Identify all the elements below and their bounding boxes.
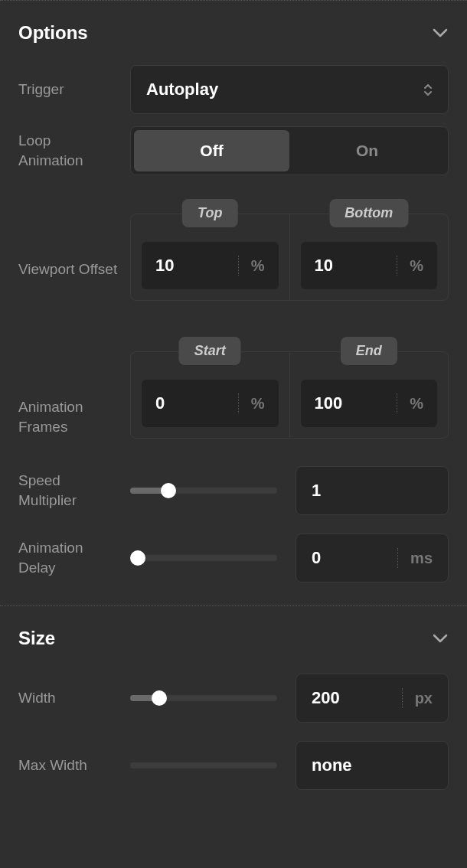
frames-end-tab[interactable]: End — [341, 337, 397, 365]
viewport-offset-label: Viewport Offset — [18, 214, 118, 279]
trigger-label: Trigger — [18, 80, 118, 100]
loop-off-button[interactable]: Off — [134, 130, 289, 171]
animation-frames-box: Start 0 % End 100 — [130, 351, 449, 439]
viewport-bottom-unit: % — [397, 257, 423, 275]
size-section: Size Width 200 px — [0, 605, 467, 813]
delay-label: Animation Delay — [18, 538, 118, 577]
speed-label: Speed Multiplier — [18, 471, 118, 510]
max-width-value: none — [312, 755, 433, 775]
trigger-select[interactable]: Autoplay — [130, 65, 449, 114]
speed-value: 1 — [312, 481, 433, 501]
speed-row: Speed Multiplier 1 — [18, 457, 449, 524]
viewport-top-input[interactable]: 10 % — [142, 242, 279, 289]
frames-end-input[interactable]: 100 % — [301, 380, 438, 427]
width-value: 200 — [312, 688, 402, 708]
viewport-offset-bottom-panel: Bottom 10 % — [289, 214, 449, 301]
viewport-offset-top-panel: Top 10 % — [130, 214, 289, 301]
delay-slider-thumb[interactable] — [130, 550, 145, 566]
frames-start-tab[interactable]: Start — [179, 337, 241, 365]
trigger-value: Autoplay — [146, 80, 218, 100]
speed-input[interactable]: 1 — [296, 466, 449, 515]
size-header[interactable]: Size — [18, 606, 449, 664]
width-unit: px — [415, 690, 433, 707]
delay-row: Animation Delay 0 ms — [18, 524, 449, 592]
width-input[interactable]: 200 px — [296, 674, 449, 723]
viewport-offset-row: Viewport Offset Top 10 % Bottom — [18, 214, 449, 319]
delay-value: 0 — [312, 548, 397, 568]
size-title: Size — [18, 628, 55, 649]
max-width-row: Max Width none — [18, 732, 449, 799]
width-slider[interactable] — [130, 695, 277, 701]
viewport-bottom-value: 10 — [315, 256, 397, 276]
options-header[interactable]: Options — [18, 1, 449, 59]
width-slider-thumb[interactable] — [152, 690, 167, 706]
frames-start-unit: % — [239, 395, 265, 413]
chevron-down-icon — [432, 630, 449, 647]
options-section: Options Trigger Autoplay — [0, 0, 467, 605]
viewport-top-value: 10 — [155, 256, 238, 276]
speed-slider-thumb[interactable] — [161, 483, 176, 498]
delay-input[interactable]: 0 ms — [296, 534, 449, 582]
trigger-row: Trigger Autoplay — [18, 59, 449, 120]
max-width-slider[interactable] — [130, 762, 277, 768]
loop-toggle: Off On — [130, 126, 449, 175]
select-updown-icon — [423, 84, 433, 96]
delay-slider[interactable] — [130, 555, 277, 561]
frames-end-panel: End 100 % — [289, 351, 449, 439]
frames-start-value: 0 — [155, 393, 238, 413]
viewport-bottom-tab[interactable]: Bottom — [329, 199, 408, 227]
viewport-top-tab[interactable]: Top — [182, 199, 237, 227]
loop-row: Loop Animation Off On — [18, 120, 449, 181]
loop-on-button[interactable]: On — [289, 130, 445, 171]
options-title: Options — [18, 22, 88, 44]
frames-end-value: 100 — [315, 393, 397, 413]
chevron-down-icon — [432, 24, 449, 41]
animation-frames-label: Animation Frames — [18, 351, 118, 436]
width-row: Width 200 px — [18, 664, 449, 732]
viewport-top-unit: % — [239, 257, 265, 275]
width-label: Width — [18, 688, 118, 708]
frames-start-panel: Start 0 % — [130, 351, 289, 439]
speed-slider[interactable] — [130, 488, 277, 494]
delay-unit: ms — [410, 550, 433, 567]
max-width-input[interactable]: none — [296, 741, 449, 790]
viewport-bottom-input[interactable]: 10 % — [301, 242, 438, 289]
frames-start-input[interactable]: 0 % — [142, 380, 279, 427]
frames-end-unit: % — [397, 395, 423, 413]
animation-frames-row: Animation Frames Start 0 % End — [18, 351, 449, 457]
max-width-label: Max Width — [18, 755, 118, 775]
viewport-offset-box: Top 10 % Bottom 10 — [130, 214, 449, 301]
loop-label: Loop Animation — [18, 131, 118, 170]
